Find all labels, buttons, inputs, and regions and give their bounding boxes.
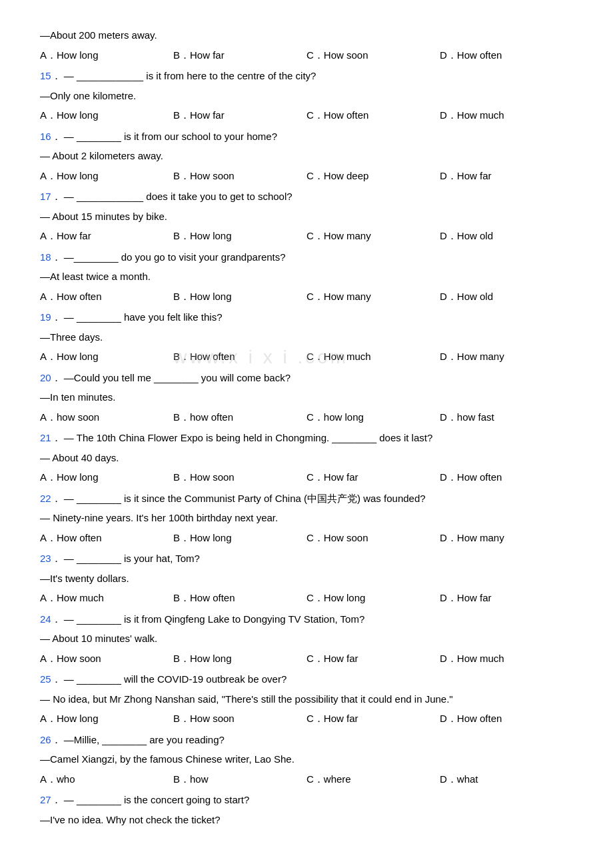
- option-B-23: B．How often: [173, 589, 306, 607]
- question-24: 24． — ________ is it from Qingfeng Lake …: [40, 611, 573, 628]
- option-C-24: C．How far: [306, 650, 440, 667]
- options-row-17: A．How far B．How long C．How many D．How ol…: [40, 227, 573, 245]
- q-num-16: 16: [40, 131, 51, 142]
- option-A-20: A．how soon: [40, 409, 173, 426]
- question-19: 19． — ________ have you felt like this?: [40, 309, 573, 326]
- answer-23: —It's twenty dollars.: [40, 570, 573, 587]
- option-A-23: A．How much: [40, 589, 173, 607]
- answer-26: —Camel Xiangzi, by the famous Chinese wr…: [40, 751, 573, 768]
- option-D-15: D．How much: [440, 107, 573, 124]
- q-num-24: 24: [40, 613, 51, 625]
- q-num-20: 20: [40, 372, 51, 383]
- answer-18: —At least twice a month.: [40, 268, 573, 285]
- options-row-16: A．How long B．How soon C．How deep D．How f…: [40, 167, 573, 185]
- option-B-16: B．How soon: [173, 167, 306, 185]
- answer-line-0: —About 200 meters away.: [40, 27, 573, 44]
- option-B-22: B．How long: [173, 529, 306, 547]
- option-A-17: A．How far: [40, 227, 173, 245]
- option-D-19: D．How many: [440, 348, 573, 365]
- option-B-15: B．How far: [173, 107, 306, 124]
- option-B-19: B．How often: [173, 348, 306, 365]
- option-C-16: C．How deep: [306, 167, 440, 185]
- option-C-19: C．How much: [306, 348, 440, 365]
- q-num-26: 26: [40, 734, 51, 745]
- question-17: 17． — ____________ does it take you to g…: [40, 188, 573, 205]
- option-A-19: A．How long: [40, 348, 173, 365]
- options-row-20: A．how soon B．how often C．how long D．how …: [40, 409, 573, 426]
- q-num-19: 19: [40, 311, 51, 323]
- option-D-26: D．what: [440, 771, 573, 788]
- option-A-26: A．who: [40, 771, 173, 788]
- options-row-26: A．who B．how C．where D．what: [40, 771, 573, 788]
- option-A-25: A．How long: [40, 710, 173, 727]
- option-C-18: C．How many: [306, 288, 440, 305]
- question-27: 27． — ________ is the concert going to s…: [40, 791, 573, 809]
- answer-20: —In ten minutes.: [40, 389, 573, 406]
- q-num-17: 17: [40, 191, 51, 202]
- option-B-24: B．How long: [173, 650, 306, 667]
- option-B-17: B．How long: [173, 227, 306, 245]
- q-num-15: 15: [40, 70, 51, 81]
- option-A-18: A．How often: [40, 288, 173, 305]
- options-row-15: A．How long B．How far C．How often D．How m…: [40, 107, 573, 124]
- question-21: 21． — The 10th China Flower Expo is bein…: [40, 429, 573, 447]
- option-D-21: D．How often: [440, 469, 573, 486]
- option-B-25: B．How soon: [173, 710, 306, 727]
- answer-25: — No idea, but Mr Zhong Nanshan said, "T…: [40, 691, 573, 708]
- option-C-20: C．how long: [306, 409, 440, 426]
- answer-17: — About 15 minutes by bike.: [40, 208, 573, 225]
- option-D-16: D．How far: [440, 167, 573, 185]
- q-num-22: 22: [40, 493, 51, 504]
- option-B-20: B．how often: [173, 409, 306, 426]
- option-C-21: C．How far: [306, 469, 440, 486]
- option-B-18: B．How long: [173, 288, 306, 305]
- option-B-26: B．how: [173, 771, 306, 788]
- options-row-0: A．How long B．How far C．How soon D．How of…: [40, 47, 573, 64]
- option-D-25: D．How often: [440, 710, 573, 727]
- answer-24: — About 10 minutes' walk.: [40, 630, 573, 647]
- answer-21: — About 40 days.: [40, 449, 573, 467]
- options-row-22: A．How often B．How long C．How soon D．How …: [40, 529, 573, 547]
- option-C-25: C．How far: [306, 710, 440, 727]
- q-num-21: 21: [40, 432, 51, 443]
- option-A-21: A．How long: [40, 469, 173, 486]
- q-num-23: 23: [40, 553, 51, 564]
- question-25: 25． — ________ will the COVID-19 outbrea…: [40, 671, 573, 688]
- options-row-19: A．How long B．How often C．How much D．How …: [40, 348, 573, 365]
- option-A-16: A．How long: [40, 167, 173, 185]
- option-B-0: B．How far: [173, 47, 306, 64]
- answer-27: —I've no idea. Why not check the ticket?: [40, 811, 573, 829]
- option-C-22: C．How soon: [306, 529, 440, 547]
- answer-19: —Three days.: [40, 329, 573, 346]
- question-18: 18． —________ do you go to visit your gr…: [40, 249, 573, 266]
- question-22: 22． — ________ is it since the Communist…: [40, 490, 573, 507]
- option-C-15: C．How often: [306, 107, 440, 124]
- option-D-23: D．How far: [440, 589, 573, 607]
- answer-22: — Ninety-nine years. It's her 100th birt…: [40, 509, 573, 527]
- option-A-15: A．How long: [40, 107, 173, 124]
- option-B-21: B．How soon: [173, 469, 306, 486]
- options-row-25: A．How long B．How soon C．How far D．How of…: [40, 710, 573, 727]
- options-row-23: A．How much B．How often C．How long D．How …: [40, 589, 573, 607]
- option-D-17: D．How old: [440, 227, 573, 245]
- option-C-17: C．How many: [306, 227, 440, 245]
- question-23: 23． — ________ is your hat, Tom?: [40, 550, 573, 567]
- option-A-22: A．How often: [40, 529, 173, 547]
- question-26: 26． —Millie, ________ are you reading?: [40, 731, 573, 749]
- options-row-24: A．How soon B．How long C．How far D．How mu…: [40, 650, 573, 667]
- option-D-18: D．How old: [440, 288, 573, 305]
- q-num-25: 25: [40, 673, 51, 685]
- option-D-24: D．How much: [440, 650, 573, 667]
- option-D-22: D．How many: [440, 529, 573, 547]
- option-A-24: A．How soon: [40, 650, 173, 667]
- question-15: 15． — ____________ is it from here to th…: [40, 67, 573, 85]
- options-row-21: A．How long B．How soon C．How far D．How of…: [40, 469, 573, 486]
- answer-15: —Only one kilometre.: [40, 87, 573, 105]
- question-16: 16． — ________ is it from our school to …: [40, 128, 573, 145]
- option-C-26: C．where: [306, 771, 440, 788]
- options-row-18: A．How often B．How long C．How many D．How …: [40, 288, 573, 305]
- q-num-18: 18: [40, 251, 51, 263]
- option-C-23: C．How long: [306, 589, 440, 607]
- option-C-0: C．How soon: [306, 47, 440, 64]
- option-D-0: D．How often: [440, 47, 573, 64]
